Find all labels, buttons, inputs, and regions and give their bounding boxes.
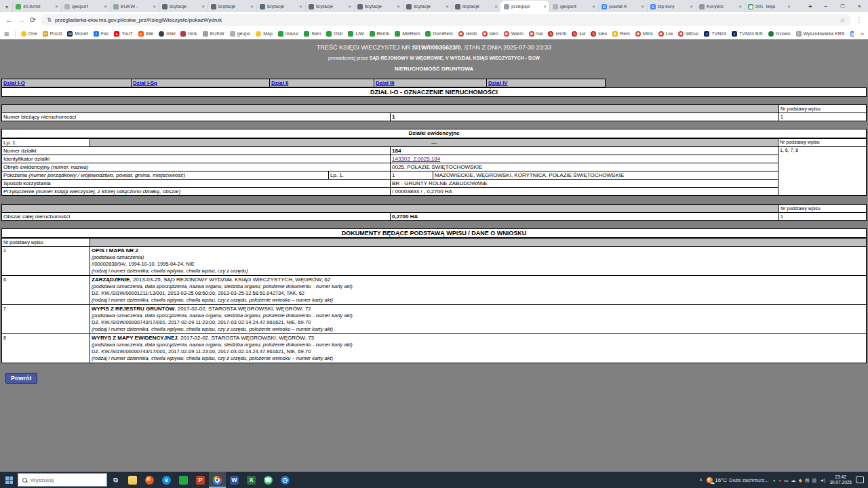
tab-close-icon[interactable]: × [641, 3, 644, 9]
bookmark-item[interactable]: DomRem [425, 31, 453, 37]
start-button[interactable] [0, 472, 18, 488]
bookmark-item[interactable]: t TVN24 BiS [732, 31, 763, 37]
maximize-button[interactable]: □ [834, 0, 851, 12]
search-input[interactable] [31, 477, 98, 483]
bookmark-item[interactable]: Sien [304, 31, 321, 37]
site-settings-icon[interactable]: ⇅ [47, 17, 52, 23]
tray-icon[interactable]: ◄) [819, 478, 825, 483]
tab-close-icon[interactable]: × [104, 3, 107, 9]
weather-widget[interactable]: 16°C Duże zachmurz... [707, 477, 768, 483]
tray-icon[interactable]: ▤ [805, 478, 810, 483]
minimize-button[interactable]: – [817, 0, 834, 12]
taskbar-clock[interactable]: 23:42 30.07.2025 [829, 474, 852, 485]
browser-tab[interactable]: ▦ 001_lega × [745, 1, 793, 12]
taskbar-app-button[interactable]: e [158, 472, 175, 488]
taskbar-app-button[interactable] [209, 472, 226, 488]
bookmark-item[interactable]: LiW [348, 31, 363, 37]
browser-tab[interactable]: licytacje × [305, 1, 354, 12]
tab-close-icon[interactable]: × [446, 3, 449, 9]
tab-close-icon[interactable]: × [55, 3, 58, 9]
taskbar-app-button[interactable]: ◷ [277, 472, 294, 488]
tab-close-icon[interactable]: × [738, 3, 742, 9]
bookmark-item[interactable]: ✱ Liw [658, 31, 673, 37]
bookmark-item[interactable]: One [21, 31, 37, 37]
tab-close-icon[interactable]: × [397, 3, 400, 9]
bookmark-item[interactable]: EUKW [203, 31, 224, 37]
browser-tab[interactable]: licytacje × [208, 1, 256, 12]
browser-tab[interactable]: geoport × [61, 1, 110, 12]
taskbar-app-button[interactable] [175, 472, 192, 488]
bookmark-item[interactable]: ✱ remb [458, 31, 477, 37]
bookmark-item[interactable]: ✱ sien [482, 31, 498, 37]
taskbar-app-button[interactable]: W [226, 472, 243, 488]
parcel-id-link[interactable]: 143303_2.0025.184 [392, 156, 440, 162]
browser-tab[interactable]: G powiat K × [598, 1, 647, 12]
bookmark-star-icon[interactable]: ☆ [840, 17, 845, 24]
bookmark-item[interactable]: S sul [572, 31, 585, 37]
close-button[interactable]: × [851, 0, 868, 12]
tab-close-icon[interactable]: × [787, 3, 791, 9]
forward-icon[interactable]: → [18, 16, 25, 24]
tray-icon[interactable]: ▥ [812, 478, 817, 483]
bookmark-item[interactable]: ♞ Rem [612, 31, 630, 37]
bookmark-item[interactable]: ✱ WDuc [678, 31, 698, 37]
bookmark-item[interactable]: ▸ YouT [114, 31, 132, 37]
tray-icon[interactable]: ▭ [784, 478, 789, 483]
action-center-icon[interactable] [856, 476, 864, 483]
tray-chevron-icon[interactable]: ∧ [699, 477, 703, 483]
bookmark-item[interactable]: ✱ Warm [504, 31, 524, 37]
tab-close-icon[interactable]: × [299, 3, 302, 9]
new-tab-button[interactable]: + [804, 1, 817, 12]
bookmarks-overflow-icon[interactable]: » [861, 30, 864, 37]
browser-tab[interactable]: licytacje × [452, 1, 500, 12]
bookmark-item[interactable]: ✉ Poczt [43, 31, 62, 37]
bookmark-item[interactable]: Intel [159, 31, 175, 37]
tray-icon[interactable]: ● [772, 478, 775, 483]
bookmark-item[interactable]: Gzowo [768, 31, 791, 37]
bookmark-item[interactable]: Ostr [326, 31, 342, 37]
browser-tab[interactable]: przegląd × [500, 1, 549, 12]
bookmark-item[interactable]: t TVN24 [704, 31, 726, 37]
bookmark-item[interactable]: Remb [370, 31, 390, 37]
taskbar-app-button[interactable]: ⧉ [107, 472, 124, 488]
tray-icon[interactable]: ◆ [799, 478, 802, 483]
taskbar-app-button[interactable]: X [243, 472, 260, 488]
bookmark-item[interactable]: f Fac [94, 31, 109, 37]
bookmark-item[interactable]: Map [256, 31, 273, 37]
browser-tab[interactable]: G bip kory × [647, 1, 696, 12]
tab-close-icon[interactable]: × [690, 3, 693, 9]
taskbar-app-button[interactable]: P [192, 472, 209, 488]
section-nav-link[interactable]: Dział IV [488, 80, 507, 86]
tab-close-icon[interactable]: × [543, 3, 547, 9]
taskbar-app-button[interactable]: ☎ [260, 472, 277, 488]
back-icon[interactable]: ← [5, 16, 13, 24]
tray-icon[interactable]: ☁ [791, 478, 796, 483]
url-text[interactable]: przegladarka-ekw.ms.gov.pl/eukw_prz/Ksie… [55, 17, 836, 23]
tab-search-icon[interactable]: ▾ [1, 1, 12, 12]
url-input[interactable]: ⇅ przegladarka-ekw.ms.gov.pl/eukw_prz/Ks… [41, 14, 851, 26]
apps-grid-icon[interactable]: ▦ [4, 30, 9, 37]
browser-tab[interactable]: licytacje × [354, 1, 403, 12]
tab-close-icon[interactable]: × [250, 3, 254, 9]
tab-close-icon[interactable]: × [494, 3, 498, 9]
browser-tab[interactable]: licytacje × [256, 1, 305, 12]
bookmark-item[interactable]: MieRem [395, 31, 420, 37]
browser-tab[interactable]: geoport × [549, 1, 598, 12]
taskbar-app-button[interactable] [124, 472, 141, 488]
browser-tab[interactable]: licytacje × [403, 1, 452, 12]
bookmark-item[interactable]: S remb [548, 31, 566, 37]
bookmark-item[interactable]: mris [180, 31, 197, 37]
back-button[interactable]: Powrót [5, 373, 37, 384]
taskbar-app-button[interactable] [141, 472, 158, 488]
browser-menu-icon[interactable]: ⋮ [856, 16, 863, 24]
bookmark-item[interactable]: ≡ Wyszukiwarka KRS [796, 31, 845, 37]
reload-icon[interactable]: ⟳ [30, 16, 36, 24]
bookmark-item[interactable]: ▦ Bankowość Internet... [850, 31, 854, 37]
bookmark-item[interactable]: geopo [230, 31, 250, 37]
tab-close-icon[interactable]: × [201, 3, 205, 9]
bookmark-item[interactable]: ✱ hal [529, 31, 542, 37]
bookmark-item[interactable]: M Monet [67, 31, 87, 37]
browser-tab[interactable]: EUKW - × [110, 1, 159, 12]
section-nav-link[interactable]: Dział II [271, 80, 288, 86]
tab-close-icon[interactable]: × [153, 3, 156, 9]
